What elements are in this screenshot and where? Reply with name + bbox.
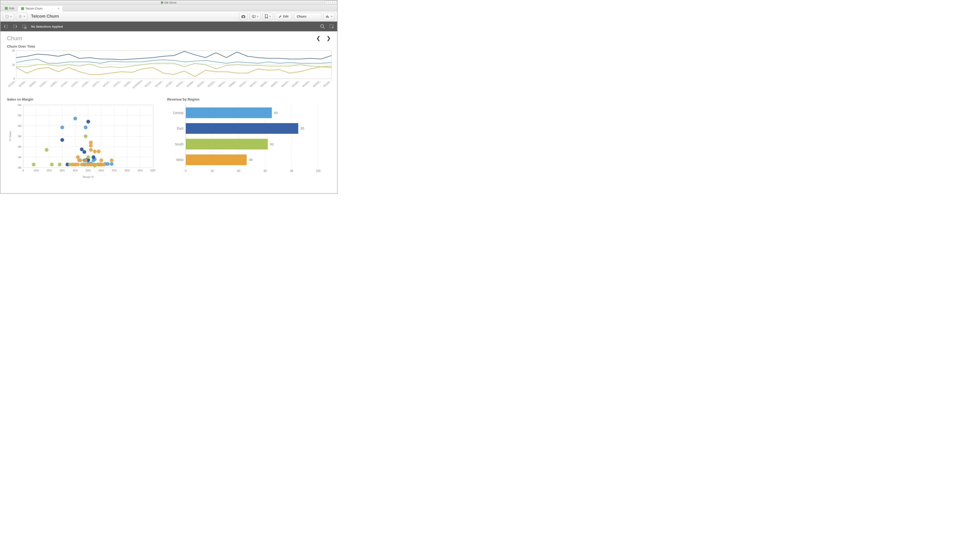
- svg-text:10: 10: [12, 63, 15, 66]
- window-minimize-button[interactable]: +: [325, 0, 329, 4]
- snapshot-button[interactable]: [239, 13, 248, 20]
- tab-hub[interactable]: Hub: [2, 5, 18, 11]
- hub-icon: [5, 7, 8, 10]
- caret-down-icon: ▼: [257, 15, 259, 18]
- svg-text:02/08/2...: 02/08/2...: [186, 79, 195, 88]
- svg-text:90%: 90%: [138, 169, 143, 172]
- present-button[interactable]: ▼: [250, 13, 261, 20]
- svg-text:02/01/2...: 02/01/2...: [176, 79, 185, 88]
- svg-point-153: [102, 163, 106, 167]
- svg-rect-171: [186, 123, 298, 134]
- pencil-icon: [278, 15, 282, 18]
- svg-text:03/08/2...: 03/08/2...: [228, 79, 237, 88]
- svg-text:11/23/2...: 11/23/2...: [71, 79, 80, 88]
- svg-rect-6: [20, 17, 22, 18]
- tab-close-icon[interactable]: ×: [58, 7, 60, 10]
- svg-text:1M: 1M: [18, 156, 22, 158]
- svg-text:20%: 20%: [47, 169, 52, 172]
- svg-point-133: [87, 155, 90, 159]
- svg-text:4M: 4M: [18, 125, 22, 127]
- svg-point-123: [58, 163, 62, 167]
- svg-text:60: 60: [263, 169, 267, 173]
- svg-point-1: [19, 15, 19, 15]
- svg-point-98: [60, 126, 64, 129]
- svg-text:East: East: [177, 127, 183, 130]
- menu-button[interactable]: ▼: [16, 13, 27, 20]
- next-sheet-button[interactable]: ❯: [327, 35, 331, 41]
- svg-text:2M: 2M: [18, 145, 22, 148]
- svg-text:0: 0: [23, 169, 24, 172]
- list-icon: [18, 14, 22, 18]
- window-titlebar: Qlik Sense + − ×: [0, 0, 337, 5]
- svg-point-111: [60, 138, 64, 142]
- svg-point-145: [89, 144, 93, 148]
- svg-text:02/22/2...: 02/22/2...: [207, 79, 216, 88]
- sheet-selector[interactable]: Churn: [294, 13, 322, 20]
- caret-down-icon: ▼: [10, 15, 12, 18]
- svg-point-150: [97, 150, 100, 153]
- tab-strip: Hub Telcom Churn ×: [0, 5, 337, 12]
- sales-vs-margin-chart[interactable]: 0M1M2M3M4M5M6M010%20%30%40%50%60%70%80%9…: [7, 103, 156, 180]
- selection-forward-button[interactable]: [13, 24, 18, 29]
- svg-text:10/26/2...: 10/26/2...: [28, 79, 38, 88]
- prev-sheet-button[interactable]: ❮: [316, 35, 320, 41]
- svg-text:85: 85: [301, 127, 305, 130]
- selection-back-button[interactable]: [3, 24, 8, 29]
- tab-app[interactable]: Telcom Churn ×: [18, 5, 63, 12]
- svg-text:100%: 100%: [150, 169, 156, 172]
- revenue-by-region-chart[interactable]: 020406080100Central65East85South62West46: [167, 103, 331, 175]
- svg-text:04/19/2...: 04/19/2...: [291, 79, 300, 88]
- svg-point-154: [110, 158, 113, 162]
- svg-text:04/12/2...: 04/12/2...: [281, 79, 290, 88]
- bookmark-button[interactable]: ▼: [263, 13, 273, 20]
- svg-text:03/15/2...: 03/15/2...: [239, 79, 248, 88]
- window-title: Qlik Sense: [164, 1, 177, 4]
- svg-point-148: [93, 150, 97, 153]
- camera-icon: [241, 15, 246, 18]
- selection-tool-button[interactable]: [329, 24, 334, 29]
- svg-point-122: [50, 163, 53, 167]
- svg-text:03/29/2...: 03/29/2...: [260, 79, 269, 88]
- svg-text:65: 65: [274, 111, 278, 115]
- bar-chart-title: Revenue by Region: [167, 97, 331, 101]
- sheet-content: Churn ❮ ❯ Churn Over Time 0102010/12/2..…: [0, 31, 337, 182]
- edit-label: Edit: [283, 15, 288, 18]
- app-title: Telcom Churn: [31, 14, 59, 19]
- churn-over-time-chart[interactable]: 0102010/12/2...10/19/2...10/26/2...11/02…: [7, 50, 331, 90]
- svg-text:04/05/2...: 04/05/2...: [270, 79, 279, 88]
- svg-text:62: 62: [270, 142, 274, 146]
- sheet-title: Churn: [7, 35, 22, 42]
- svg-point-100: [84, 126, 88, 129]
- svg-point-126: [84, 135, 88, 138]
- svg-text:50%: 50%: [86, 169, 91, 172]
- svg-point-3: [19, 16, 19, 17]
- clear-selections-button[interactable]: [22, 24, 27, 29]
- svg-text:6M: 6M: [18, 103, 22, 106]
- svg-text:01/04/2014: 01/04/2014: [132, 79, 143, 89]
- svg-text:03/01/2...: 03/01/2...: [218, 79, 227, 88]
- search-button[interactable]: [320, 24, 325, 29]
- caret-down-icon: ▼: [331, 15, 333, 18]
- window-close-button[interactable]: ×: [333, 0, 337, 4]
- svg-text:02/15/2...: 02/15/2...: [197, 79, 206, 88]
- selection-status-text: No Selections Applied: [31, 25, 63, 28]
- qlik-logo-icon: [161, 2, 163, 4]
- svg-rect-2: [20, 15, 22, 15]
- svg-text:01/25/2...: 01/25/2...: [165, 79, 174, 88]
- bookmark-icon: [265, 14, 268, 18]
- app-icon: [21, 7, 24, 10]
- svg-point-110: [110, 162, 113, 166]
- navigation-button[interactable]: ▼: [3, 13, 14, 20]
- svg-text:0: 0: [185, 169, 187, 173]
- churn-chart-title: Churn Over Time: [7, 44, 331, 48]
- svg-rect-8: [242, 15, 244, 15]
- sheets-button[interactable]: ▼: [323, 13, 335, 20]
- svg-point-139: [80, 163, 83, 167]
- svg-text:South: South: [175, 142, 183, 146]
- svg-rect-14: [328, 17, 329, 18]
- window-maximize-button[interactable]: −: [328, 0, 333, 4]
- svg-text:10/19/2...: 10/19/2...: [18, 79, 27, 88]
- svg-text:12/07/2...: 12/07/2...: [92, 79, 100, 88]
- edit-button[interactable]: Edit: [275, 13, 292, 20]
- tab-app-label: Telcom Churn: [25, 7, 42, 10]
